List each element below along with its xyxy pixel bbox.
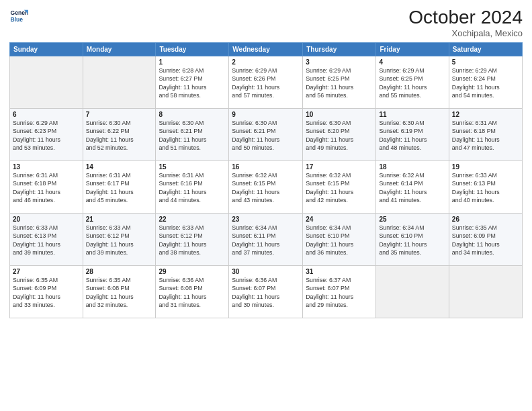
day-number: 5 [452,58,519,66]
day-number: 22 [159,216,226,223]
calendar-cell: 21Sunrise: 6:33 AM Sunset: 6:12 PM Dayli… [83,214,156,266]
location: Xochipala, Mexico [408,28,523,38]
calendar-cell: 27Sunrise: 6:35 AM Sunset: 6:09 PM Dayli… [10,266,83,318]
calendar-cell: 23Sunrise: 6:34 AM Sunset: 6:11 PM Dayli… [229,214,303,266]
day-info: Sunrise: 6:29 AM Sunset: 6:26 PM Dayligh… [232,66,300,99]
day-info: Sunrise: 6:33 AM Sunset: 6:13 PM Dayligh… [13,224,80,257]
day-number: 24 [306,216,373,223]
calendar-cell: 12Sunrise: 6:31 AM Sunset: 6:18 PM Dayli… [449,109,522,161]
day-info: Sunrise: 6:30 AM Sunset: 6:20 PM Dayligh… [306,119,373,152]
calendar-cell: 24Sunrise: 6:34 AM Sunset: 6:10 PM Dayli… [303,214,376,266]
week-row-5: 27Sunrise: 6:35 AM Sunset: 6:09 PM Dayli… [10,266,523,318]
month-title: October 2024 [408,7,523,28]
calendar-cell: 7Sunrise: 6:30 AM Sunset: 6:22 PM Daylig… [83,109,156,161]
calendar-cell: 3Sunrise: 6:29 AM Sunset: 6:25 PM Daylig… [303,56,376,109]
calendar-cell: 9Sunrise: 6:30 AM Sunset: 6:21 PM Daylig… [229,109,303,161]
day-info: Sunrise: 6:36 AM Sunset: 6:07 PM Dayligh… [232,276,300,309]
calendar-cell: 31Sunrise: 6:37 AM Sunset: 6:07 PM Dayli… [303,266,376,318]
day-number: 10 [306,111,373,118]
day-number: 8 [159,111,226,118]
page: General Blue October 2024 Xochipala, Mex… [0,0,532,411]
day-info: Sunrise: 6:32 AM Sunset: 6:15 PM Dayligh… [232,171,300,204]
day-number: 2 [232,58,300,66]
day-number: 3 [306,58,373,66]
weekday-tuesday: Tuesday [156,43,229,56]
calendar-cell [376,266,449,318]
calendar-cell: 11Sunrise: 6:30 AM Sunset: 6:19 PM Dayli… [376,109,449,161]
calendar-cell: 19Sunrise: 6:33 AM Sunset: 6:13 PM Dayli… [449,161,522,214]
calendar-cell: 17Sunrise: 6:32 AM Sunset: 6:15 PM Dayli… [303,161,376,214]
weekday-saturday: Saturday [449,43,522,56]
svg-text:Blue: Blue [11,16,24,23]
calendar-cell: 5Sunrise: 6:29 AM Sunset: 6:24 PM Daylig… [449,56,522,109]
calendar-cell: 29Sunrise: 6:36 AM Sunset: 6:08 PM Dayli… [156,266,229,318]
day-info: Sunrise: 6:29 AM Sunset: 6:24 PM Dayligh… [452,66,519,99]
day-info: Sunrise: 6:30 AM Sunset: 6:19 PM Dayligh… [379,119,445,152]
weekday-wednesday: Wednesday [229,43,303,56]
day-info: Sunrise: 6:36 AM Sunset: 6:08 PM Dayligh… [159,276,226,309]
day-info: Sunrise: 6:28 AM Sunset: 6:27 PM Dayligh… [159,66,226,99]
calendar-cell: 13Sunrise: 6:31 AM Sunset: 6:18 PM Dayli… [10,161,83,214]
week-row-2: 6Sunrise: 6:29 AM Sunset: 6:23 PM Daylig… [10,109,523,161]
calendar-cell: 22Sunrise: 6:33 AM Sunset: 6:12 PM Dayli… [156,214,229,266]
day-number: 26 [452,216,519,223]
weekday-monday: Monday [83,43,156,56]
calendar-cell: 10Sunrise: 6:30 AM Sunset: 6:20 PM Dayli… [303,109,376,161]
calendar-cell: 20Sunrise: 6:33 AM Sunset: 6:13 PM Dayli… [10,214,83,266]
calendar-cell: 26Sunrise: 6:35 AM Sunset: 6:09 PM Dayli… [449,214,522,266]
day-info: Sunrise: 6:32 AM Sunset: 6:15 PM Dayligh… [306,171,373,204]
day-number: 12 [452,111,519,118]
calendar-cell: 1Sunrise: 6:28 AM Sunset: 6:27 PM Daylig… [156,56,229,109]
day-number: 16 [232,163,300,171]
day-info: Sunrise: 6:30 AM Sunset: 6:21 PM Dayligh… [232,119,300,152]
day-number: 14 [86,163,153,171]
calendar-cell: 25Sunrise: 6:34 AM Sunset: 6:10 PM Dayli… [376,214,449,266]
calendar-cell: 14Sunrise: 6:31 AM Sunset: 6:17 PM Dayli… [83,161,156,214]
weekday-friday: Friday [376,43,449,56]
day-info: Sunrise: 6:30 AM Sunset: 6:22 PM Dayligh… [86,119,153,152]
calendar-cell: 30Sunrise: 6:36 AM Sunset: 6:07 PM Dayli… [229,266,303,318]
header: General Blue October 2024 Xochipala, Mex… [9,7,523,38]
day-info: Sunrise: 6:29 AM Sunset: 6:23 PM Dayligh… [13,119,80,152]
day-number: 13 [13,163,80,171]
day-number: 21 [86,216,153,223]
day-number: 29 [159,268,226,275]
generalblue-logo-icon: General Blue [9,7,28,26]
day-number: 18 [379,163,445,171]
day-info: Sunrise: 6:31 AM Sunset: 6:18 PM Dayligh… [452,119,519,152]
day-info: Sunrise: 6:32 AM Sunset: 6:14 PM Dayligh… [379,171,445,204]
day-info: Sunrise: 6:33 AM Sunset: 6:12 PM Dayligh… [86,224,153,257]
day-number: 7 [86,111,153,118]
week-row-3: 13Sunrise: 6:31 AM Sunset: 6:18 PM Dayli… [10,161,523,214]
day-number: 17 [306,163,373,171]
weekday-header-row: SundayMondayTuesdayWednesdayThursdayFrid… [10,43,523,56]
day-number: 6 [13,111,80,118]
day-info: Sunrise: 6:34 AM Sunset: 6:10 PM Dayligh… [379,224,445,257]
day-info: Sunrise: 6:31 AM Sunset: 6:16 PM Dayligh… [159,171,226,204]
day-number: 20 [13,216,80,223]
weekday-thursday: Thursday [303,43,376,56]
calendar-table: SundayMondayTuesdayWednesdayThursdayFrid… [9,42,523,318]
calendar-cell [449,266,522,318]
calendar-cell: 16Sunrise: 6:32 AM Sunset: 6:15 PM Dayli… [229,161,303,214]
day-number: 23 [232,216,300,223]
day-info: Sunrise: 6:37 AM Sunset: 6:07 PM Dayligh… [306,276,373,309]
day-number: 15 [159,163,226,171]
calendar-cell: 6Sunrise: 6:29 AM Sunset: 6:23 PM Daylig… [10,109,83,161]
calendar-cell [10,56,83,109]
day-info: Sunrise: 6:30 AM Sunset: 6:21 PM Dayligh… [159,119,226,152]
day-info: Sunrise: 6:29 AM Sunset: 6:25 PM Dayligh… [306,66,373,99]
calendar-cell [83,56,156,109]
day-number: 27 [13,268,80,275]
day-number: 25 [379,216,445,223]
day-number: 30 [232,268,300,275]
day-info: Sunrise: 6:29 AM Sunset: 6:25 PM Dayligh… [379,66,445,99]
calendar-body: 1Sunrise: 6:28 AM Sunset: 6:27 PM Daylig… [10,56,523,318]
day-info: Sunrise: 6:35 AM Sunset: 6:09 PM Dayligh… [13,276,80,309]
day-info: Sunrise: 6:33 AM Sunset: 6:12 PM Dayligh… [159,224,226,257]
day-number: 9 [232,111,300,118]
day-info: Sunrise: 6:34 AM Sunset: 6:10 PM Dayligh… [306,224,373,257]
calendar-cell: 2Sunrise: 6:29 AM Sunset: 6:26 PM Daylig… [229,56,303,109]
title-block: October 2024 Xochipala, Mexico [408,7,523,38]
day-info: Sunrise: 6:31 AM Sunset: 6:17 PM Dayligh… [86,171,153,204]
